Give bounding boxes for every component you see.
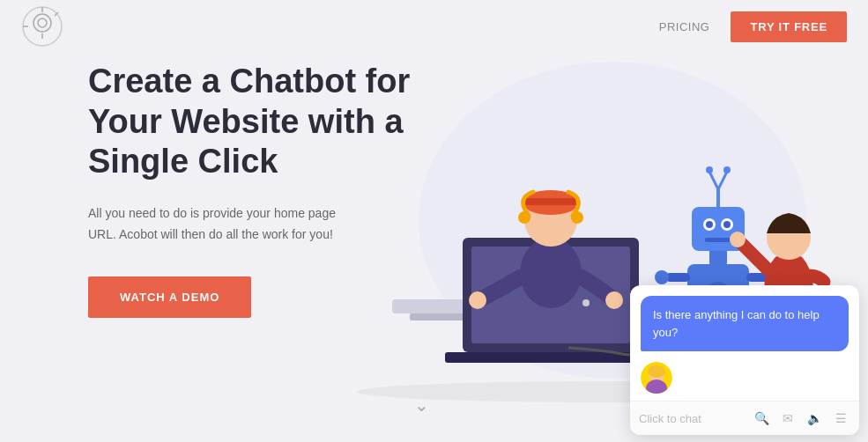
svg-point-38 bbox=[706, 221, 713, 228]
email-icon[interactable]: ✉ bbox=[778, 409, 798, 428]
chat-bubble: Is there anything I can do to help you? bbox=[641, 296, 849, 351]
chat-widget: Is there anything I can do to help you? … bbox=[630, 285, 859, 435]
chat-input-placeholder[interactable]: Click to chat bbox=[639, 412, 745, 425]
svg-rect-30 bbox=[665, 273, 690, 282]
menu-icon[interactable]: ☰ bbox=[831, 409, 850, 428]
hero-subtitle: All you need to do is provide your home … bbox=[88, 203, 344, 246]
svg-point-32 bbox=[655, 270, 669, 284]
chat-avatar-row bbox=[630, 358, 859, 401]
svg-point-19 bbox=[518, 211, 530, 224]
svg-point-44 bbox=[706, 166, 713, 173]
svg-rect-40 bbox=[705, 238, 731, 242]
svg-point-2 bbox=[38, 18, 47, 27]
search-icon[interactable]: 🔍 bbox=[752, 409, 771, 428]
header: PRICING TRY IT FREE bbox=[0, 0, 868, 53]
svg-point-21 bbox=[469, 291, 486, 309]
watch-demo-button[interactable]: WATCH A DEMO bbox=[88, 276, 251, 318]
svg-point-45 bbox=[723, 166, 731, 173]
chat-avatar bbox=[641, 362, 672, 394]
svg-point-61 bbox=[648, 365, 665, 378]
svg-point-39 bbox=[723, 221, 731, 228]
pricing-link[interactable]: PRICING bbox=[659, 20, 710, 33]
chat-input-bar[interactable]: Click to chat 🔍 ✉ 🔈 ☰ bbox=[630, 401, 859, 435]
logo-icon bbox=[21, 5, 63, 48]
nav-right: PRICING TRY IT FREE bbox=[659, 11, 847, 42]
svg-rect-18 bbox=[523, 198, 579, 205]
audio-icon[interactable]: 🔈 bbox=[805, 409, 824, 428]
svg-point-0 bbox=[23, 7, 62, 46]
svg-point-15 bbox=[520, 238, 582, 308]
svg-point-20 bbox=[571, 211, 583, 224]
svg-point-48 bbox=[730, 232, 746, 247]
try-free-button[interactable]: TRY IT FREE bbox=[731, 11, 847, 42]
svg-point-1 bbox=[33, 14, 51, 32]
svg-point-14 bbox=[582, 299, 590, 306]
logo-area bbox=[21, 5, 63, 48]
svg-point-22 bbox=[605, 291, 623, 309]
